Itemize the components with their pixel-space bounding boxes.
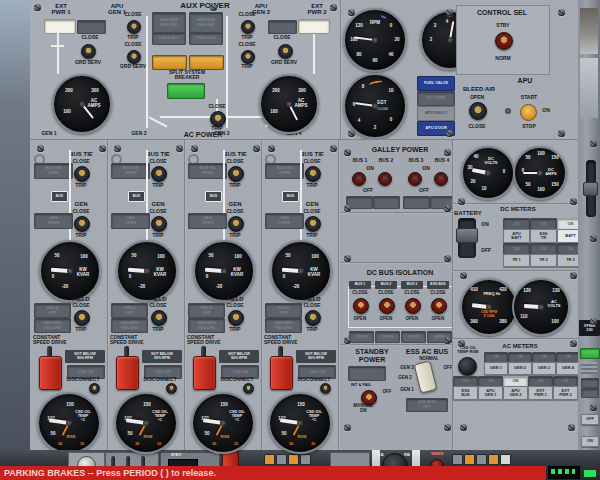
- ext-pwr-2-grd-serv-label: GRD SERV: [266, 60, 302, 65]
- bottom-button[interactable]: [288, 454, 299, 465]
- fuel-valve-light: FUEL VALVE: [417, 76, 455, 91]
- dc-iso-bus-3-switch[interactable]: [405, 298, 421, 314]
- dc-meter-tr1-button[interactable]: TR 1: [503, 254, 530, 267]
- bottom-button[interactable]: [488, 454, 499, 465]
- csd-oil-temp-rise-knob[interactable]: [458, 357, 477, 376]
- freq-gauge: FREQ Hz 410 420 390 380 CSD RPMX 1000: [460, 278, 518, 336]
- apu-gen-1-close2-label: CLOSE: [118, 42, 148, 47]
- dc-iso-close-label: CLOSE: [348, 291, 372, 296]
- dc-iso-bus-2-switch[interactable]: [379, 298, 395, 314]
- dc-meter-apu-batt-button[interactable]: APUBATT: [503, 229, 530, 243]
- screw: [446, 9, 453, 16]
- warn-label: WARN: [426, 452, 448, 456]
- gen-label: GEN: [294, 201, 330, 207]
- bottom-button[interactable]: [464, 454, 475, 465]
- split-system-breaker-label: SPLIT SYSTEMBREAKER: [158, 70, 216, 81]
- gen-switch[interactable]: [305, 216, 321, 232]
- ac-meter-apu-gen1-button[interactable]: APUGEN 1: [478, 386, 503, 400]
- egt-limit-arc: [369, 80, 384, 88]
- field-switch[interactable]: [305, 310, 321, 326]
- screw: [330, 4, 337, 11]
- apu-start-button[interactable]: [520, 104, 537, 121]
- bleed-air-switch[interactable]: [469, 102, 487, 120]
- galley-annunciator: [403, 196, 430, 209]
- ext-pwr-1-switch[interactable]: [81, 44, 96, 59]
- side-off-button[interactable]: OFF: [581, 414, 599, 425]
- disconnect-test-button[interactable]: [89, 383, 100, 394]
- galley-on-label: ON: [362, 166, 378, 171]
- ac-meter-ess-bus-button[interactable]: ESSBUS: [453, 386, 478, 400]
- side-slider[interactable]: [583, 182, 598, 196]
- bottom-button[interactable]: [476, 454, 487, 465]
- dc-iso-bus-1-tag: BUS 1: [349, 281, 371, 289]
- disconnect-guard[interactable]: [193, 356, 216, 390]
- battery-switch[interactable]: [456, 228, 478, 243]
- gen-column: BUS TIE CLOSE TRIP BUS TIEOPEN BUS GEN C…: [31, 140, 108, 450]
- screw: [191, 145, 198, 152]
- screw: [460, 272, 467, 279]
- galley-bus-2-label: BUS 2: [374, 158, 398, 163]
- gen-switch[interactable]: [74, 216, 90, 232]
- control-sel-switch[interactable]: [495, 32, 513, 50]
- gen-column: BUS TIE CLOSE TRIP BUS TIEOPEN BUS GEN C…: [262, 140, 339, 450]
- galley-bus-4-switch[interactable]: [434, 172, 448, 186]
- bottom-button[interactable]: [500, 454, 511, 465]
- bus-tie-open-annunciator: BUS TIEOPEN: [188, 163, 227, 179]
- disconnect-test-button[interactable]: [166, 383, 177, 394]
- galley-bus-2-switch[interactable]: [378, 172, 392, 186]
- dc-iso-ess-bus-switch[interactable]: [431, 298, 447, 314]
- disconnect-test-button[interactable]: [320, 383, 331, 394]
- dc-meter-tr2-button[interactable]: TR 2: [530, 254, 557, 267]
- ext-pwr-2-switch[interactable]: [278, 44, 293, 59]
- rb-label: RB: [402, 453, 412, 457]
- ext-pwr-1-connected-light: [44, 19, 76, 34]
- bottom-button[interactable]: [264, 454, 275, 465]
- field-switch[interactable]: [228, 310, 244, 326]
- screw: [444, 255, 451, 262]
- gen-switch[interactable]: [151, 216, 167, 232]
- screw: [253, 145, 260, 152]
- disconnect-test-button[interactable]: [243, 383, 254, 394]
- disconnect-guard[interactable]: [270, 356, 293, 390]
- bus-tie-switch[interactable]: [228, 166, 244, 182]
- apu-gen-1-breaker-switch[interactable]: [127, 20, 141, 34]
- dc-iso-bus-1-switch[interactable]: [353, 298, 369, 314]
- ac-meter-apu-gen2-button[interactable]: APUGEN 2: [503, 386, 528, 400]
- side-on-button[interactable]: ON: [581, 436, 599, 447]
- apu-gen-2-breaker-switch[interactable]: [241, 20, 255, 34]
- disconnect-guard[interactable]: [116, 356, 139, 390]
- field-switch[interactable]: [74, 310, 90, 326]
- bottom-button[interactable]: [300, 454, 311, 465]
- gen-open-annunciator: GENOPEN: [188, 213, 227, 229]
- gen-column: BUS TIE CLOSE TRIP BUS TIEOPEN BUS GEN C…: [108, 140, 185, 450]
- bottom-button[interactable]: [276, 454, 287, 465]
- dc-meter-ess-tr-button[interactable]: ESSTR: [530, 229, 557, 243]
- dc-iso-open-label: OPEN: [426, 317, 450, 322]
- ac-meter-gen1-button[interactable]: GEN 1: [484, 362, 508, 375]
- ac-meter-gen3-button[interactable]: GEN 3: [532, 362, 556, 375]
- screw: [344, 337, 351, 344]
- apu-on-label: ON: [538, 108, 554, 113]
- galley-bus-3-switch[interactable]: [408, 172, 422, 186]
- ac-meter-gen2-button[interactable]: GEN 2: [508, 362, 532, 375]
- ac-meter-ext-pwr2-button[interactable]: EXTPWR 2: [553, 386, 578, 400]
- bus-tie-switch[interactable]: [151, 166, 167, 182]
- ac-meter-gen4-button[interactable]: GEN 4: [556, 362, 580, 375]
- galley-bus-1-switch[interactable]: [352, 172, 366, 186]
- screw: [99, 145, 106, 152]
- dc-iso-close-label: CLOSE: [400, 291, 424, 296]
- apu-gen-1-grd-serv-switch[interactable]: [127, 50, 141, 64]
- bus-tie-switch[interactable]: [305, 166, 321, 182]
- bottom-button[interactable]: [452, 454, 463, 465]
- control-sel-title: CONTROL SEL: [460, 9, 544, 17]
- gen-switch[interactable]: [228, 216, 244, 232]
- constant-speed-drive-label: CONSTANTSPEED DRIVE: [33, 335, 97, 346]
- sim-message-bar: PARKING BRAKES -- Press PERIOD ( ) to re…: [0, 466, 546, 480]
- dc-bus-isolation-title: DC BUS ISOLATION: [352, 269, 448, 277]
- bus-tie-switch[interactable]: [74, 166, 90, 182]
- ess-bus-gen2-label: GEN 2: [394, 376, 416, 381]
- apu-gen-2-switch[interactable]: [241, 50, 255, 64]
- ac-meter-ext-pwr1-button[interactable]: EXTPWR 1: [528, 386, 553, 400]
- field-switch[interactable]: [151, 310, 167, 326]
- disconnect-guard[interactable]: [39, 356, 62, 390]
